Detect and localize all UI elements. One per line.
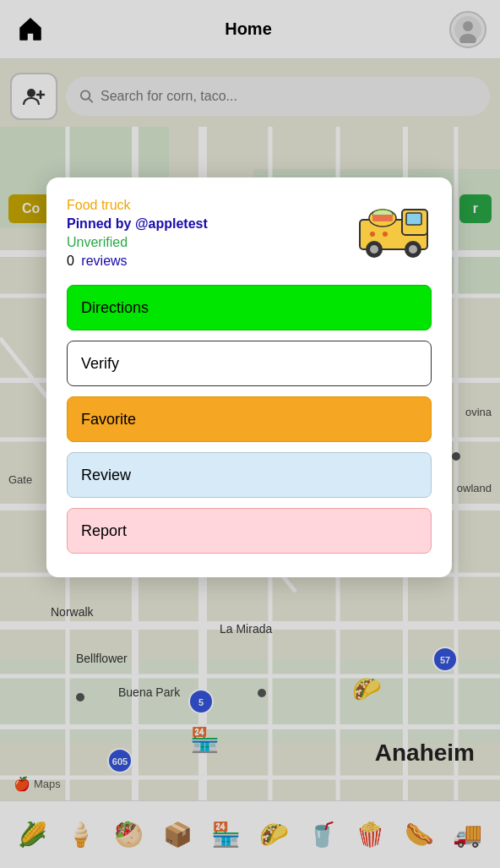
svg-point-44	[370, 245, 378, 254]
modal-card: Food truck Pinned by @appletest Unverifi…	[46, 177, 452, 577]
svg-rect-42	[406, 213, 421, 225]
svg-point-46	[409, 245, 417, 254]
directions-button[interactable]: Directions	[67, 285, 432, 330]
modal-info-block: Food truck Pinned by @appletest Unverifi…	[67, 198, 208, 269]
unverified-label: Unverified	[67, 235, 208, 250]
food-truck-label: Food truck	[67, 198, 208, 213]
svg-point-50	[370, 232, 375, 237]
reviews-link[interactable]: reviews	[81, 254, 127, 268]
food-truck-image	[356, 194, 432, 270]
modal-header: Food truck Pinned by @appletest Unverifi…	[67, 198, 432, 270]
pinned-by-user[interactable]: @appletest	[135, 216, 208, 231]
verify-button[interactable]: Verify	[67, 341, 432, 386]
review-count: 0	[67, 254, 74, 268]
pinned-by-line: Pinned by @appletest	[67, 216, 208, 232]
svg-point-51	[383, 232, 388, 237]
report-button[interactable]: Report	[67, 508, 432, 554]
review-button[interactable]: Review	[67, 452, 432, 498]
favorite-button[interactable]: Favorite	[67, 396, 432, 442]
svg-rect-49	[372, 215, 393, 221]
reviews-line: 0 reviews	[67, 254, 208, 269]
